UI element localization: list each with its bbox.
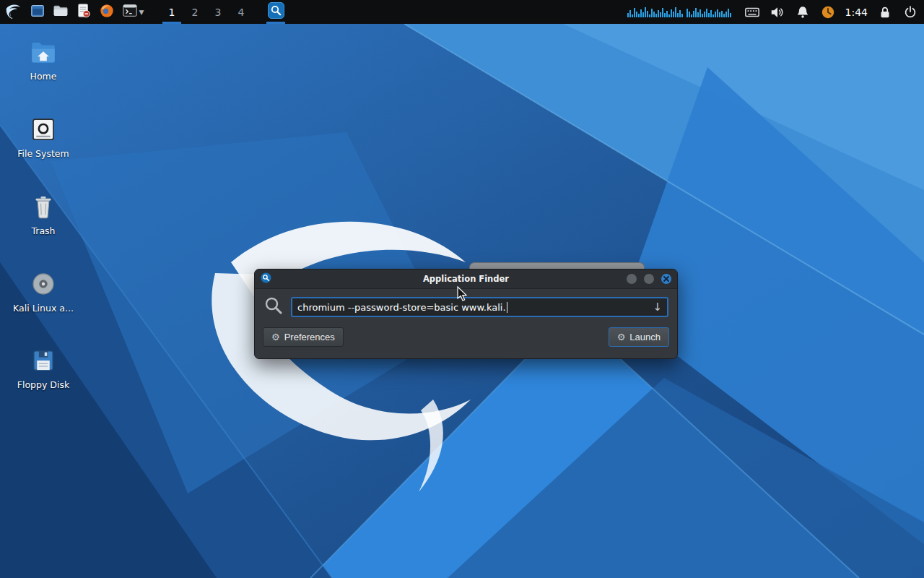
window-app-icon	[261, 272, 271, 286]
finder-command-input[interactable]: chromium --password-store=basic www.kali…	[291, 297, 668, 317]
workspace-label: 4	[238, 7, 245, 18]
workspace-switcher: 1 2 3 4	[160, 0, 253, 24]
gear-icon: ⚙	[271, 332, 280, 342]
input-text: chromium --password-store=basic www.kali…	[297, 302, 506, 313]
desktop: Home File System Trash	[0, 24, 924, 578]
window-icon	[30, 3, 45, 22]
floppy-icon	[9, 345, 78, 376]
keyboard-icon[interactable]	[744, 0, 760, 24]
panel-clock[interactable]: 1:44	[845, 7, 868, 18]
desktop-icon-label: Home	[9, 71, 78, 82]
history-dropdown-arrow[interactable]: ↓	[653, 301, 662, 314]
close-button[interactable]	[661, 274, 671, 284]
desktop-icon-label: Floppy Disk	[9, 379, 78, 390]
kali-logo-icon	[4, 1, 22, 22]
panel-launcher-window[interactable]	[26, 0, 49, 24]
desktop-icon-label: Kali Linux a...	[9, 303, 78, 314]
run-gear-icon: ⚙	[617, 332, 626, 342]
volume-icon[interactable]	[770, 0, 785, 24]
launch-button[interactable]: ⚙ Launch	[609, 327, 669, 347]
home-folder-icon	[9, 37, 78, 67]
workspace-button-2[interactable]: 2	[183, 0, 206, 24]
workspace-button-3[interactable]: 3	[206, 0, 230, 24]
window-title: Application Finder	[255, 274, 677, 284]
desktop-icon-trash[interactable]: Trash	[9, 191, 78, 236]
titlebar[interactable]: Application Finder	[255, 269, 677, 289]
preferences-button[interactable]: ⚙ Preferences	[263, 327, 344, 347]
workspace-button-4[interactable]: 4	[230, 0, 253, 24]
desktop-icon-home[interactable]: Home	[9, 37, 78, 82]
drive-icon	[9, 114, 78, 144]
folder-icon	[53, 3, 69, 22]
panel-launcher-file-manager[interactable]	[49, 0, 72, 24]
active-workspace-indicator	[162, 22, 181, 24]
terminal-dropdown-caret[interactable]: ▼	[139, 9, 144, 16]
panel-launcher-terminal[interactable]: ▼	[118, 0, 147, 24]
trash-icon	[9, 191, 78, 222]
workspace-label: 1	[169, 7, 175, 18]
desktop-icon-kali-cdrom[interactable]: Kali Linux a...	[9, 269, 78, 314]
active-window-indicator	[266, 22, 285, 24]
audio-visualizer	[627, 3, 735, 22]
desktop-icon-file-system[interactable]: File System	[9, 114, 78, 159]
taskbar-item-appfinder[interactable]	[264, 0, 287, 24]
desktop-icon-floppy[interactable]: Floppy Disk	[9, 345, 78, 390]
desktop-icon-label: Trash	[9, 225, 78, 236]
disc-icon	[9, 269, 78, 299]
updates-status-icon[interactable]	[820, 0, 836, 24]
minimize-button[interactable]	[627, 274, 637, 284]
text-caret	[507, 302, 507, 313]
desktop-icon-label: File System	[9, 148, 78, 159]
workspace-label: 3	[215, 7, 222, 18]
terminal-icon	[122, 3, 138, 22]
top-panel: ▼ 1 2 3 4	[0, 0, 924, 24]
document-icon	[76, 3, 92, 22]
panel-launcher-text-editor[interactable]	[72, 0, 95, 24]
workspace-label: 2	[192, 7, 199, 18]
workspace-button-1[interactable]: 1	[160, 0, 183, 24]
launch-button-label: Launch	[629, 332, 661, 342]
close-icon	[663, 276, 669, 282]
session-power-icon[interactable]	[902, 0, 918, 24]
panel-launcher-firefox[interactable]	[95, 0, 118, 24]
lock-screen-icon[interactable]	[877, 0, 893, 24]
app-finder-icon	[268, 2, 284, 22]
notifications-bell-icon[interactable]	[795, 0, 811, 24]
application-finder-window: Application Finder chr	[254, 269, 678, 359]
preferences-button-label: Preferences	[284, 332, 335, 342]
search-icon	[263, 296, 284, 319]
maximize-button[interactable]	[644, 274, 654, 284]
applications-menu-button[interactable]	[0, 0, 26, 24]
firefox-icon	[99, 3, 115, 22]
